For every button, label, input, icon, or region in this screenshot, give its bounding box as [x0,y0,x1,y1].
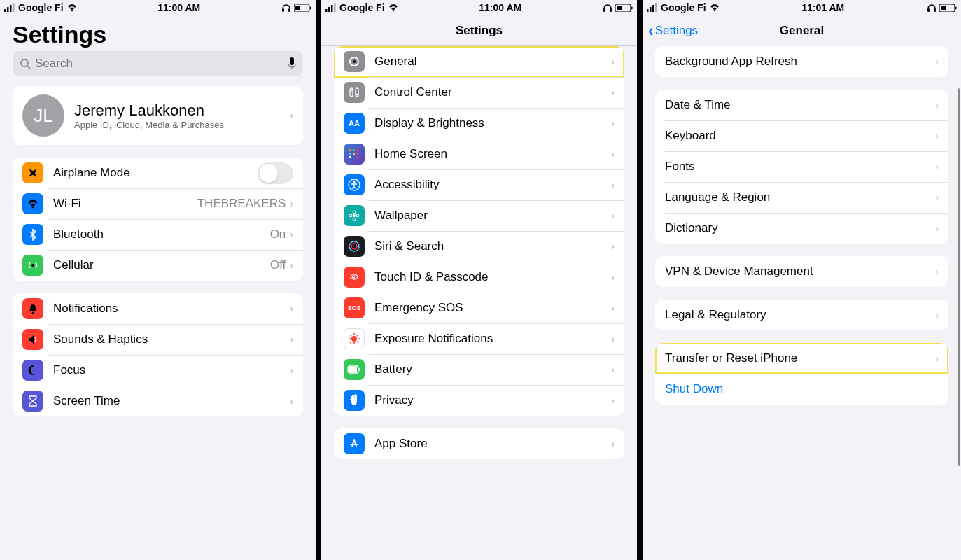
apple-id-row[interactable]: JL Jeremy Laukkonen Apple ID, iCloud, Me… [13,86,303,145]
wifi-icon [67,4,77,12]
chevron-right-icon: › [611,395,615,406]
svg-point-38 [349,241,359,251]
virus-icon [344,328,365,349]
battery-row[interactable]: Battery › [334,354,624,385]
search-icon [20,58,31,69]
cellular-icon [22,255,43,276]
flower-icon [344,205,365,226]
status-bar: Google Fi 11:01 AM [643,0,961,15]
wifi-icon [22,193,43,214]
chevron-right-icon: › [290,198,293,209]
dictionary-row[interactable]: Dictionary › [655,213,948,244]
sos-row[interactable]: SOS Emergency SOS › [334,293,624,323]
svg-line-48 [350,342,351,343]
battery-icon [344,359,365,380]
svg-point-37 [356,214,359,217]
svg-point-15 [32,312,34,314]
siri-row[interactable]: Siri & Search › [334,231,624,262]
svg-point-17 [353,60,356,63]
sounds-row[interactable]: Sounds & Haptics › [13,324,303,355]
chevron-right-icon: › [290,260,293,271]
search-field[interactable] [13,51,303,76]
chevron-right-icon: › [611,438,615,449]
notifications-row[interactable]: Notifications › [13,293,303,324]
svg-point-35 [353,218,356,220]
airplane-toggle[interactable] [258,162,293,184]
svg-line-45 [350,335,351,336]
legal-row[interactable]: Legal & Regulatory › [655,300,948,330]
svg-point-32 [353,181,356,183]
wifi-icon [388,4,398,12]
svg-rect-51 [349,368,357,372]
svg-rect-24 [356,149,358,151]
chevron-right-icon: › [611,56,615,67]
grid-icon [344,144,365,164]
touch-id-row[interactable]: Touch ID & Passcode › [334,262,624,293]
nav-bar: ‹ Settings General [643,15,961,46]
app-store-row[interactable]: App Store › [334,428,624,459]
chevron-right-icon: › [935,353,939,364]
privacy-row[interactable]: Privacy › [334,385,624,416]
chevron-right-icon: › [290,110,293,121]
svg-line-46 [357,342,358,343]
cellular-row[interactable]: Cellular Off › [13,250,303,281]
chevron-right-icon: › [935,309,939,321]
chevron-right-icon: › [290,334,293,345]
control-center-row[interactable]: Control Center › [334,77,624,108]
general-row[interactable]: General › [334,46,624,77]
scrollbar-thumb[interactable] [958,88,960,466]
gear-icon [344,51,365,72]
background-refresh-row[interactable]: Background App Refresh › [655,46,948,77]
fonts-row[interactable]: Fonts › [655,151,948,182]
date-time-row[interactable]: Date & Time › [655,90,948,120]
airplane-icon [22,162,43,183]
profile-sub: Apple ID, iCloud, Media & Purchases [74,120,242,130]
screen-time-row[interactable]: Screen Time › [13,386,303,416]
svg-point-14 [31,264,34,267]
accessibility-icon [344,174,365,195]
svg-line-11 [27,66,30,69]
headphones-icon [603,4,612,13]
airplane-mode-row[interactable]: Airplane Mode [13,158,303,188]
nav-title: General [780,24,824,38]
headphones-icon [927,4,937,13]
chevron-right-icon: › [935,161,939,172]
text-size-icon: AA [344,113,365,134]
svg-rect-28 [349,156,351,158]
display-row[interactable]: AA Display & Brightness › [334,108,624,139]
back-button[interactable]: ‹ Settings [648,23,698,39]
search-input[interactable] [35,57,283,71]
svg-point-36 [349,214,352,217]
svg-rect-12 [290,57,294,65]
chevron-left-icon: ‹ [648,23,654,39]
mic-icon[interactable] [288,57,296,70]
chevron-right-icon: › [935,192,939,203]
language-row[interactable]: Language & Region › [655,182,948,213]
clock: 11:01 AM [801,2,844,13]
chevron-right-icon: › [611,302,615,314]
status-bar: Google Fi 11:00 AM [321,0,637,15]
exposure-row[interactable]: Exposure Notifications › [334,323,624,354]
bluetooth-row[interactable]: Bluetooth On › [13,219,303,250]
chevron-right-icon: › [611,87,615,98]
chevron-right-icon: › [611,118,615,129]
svg-point-20 [351,90,353,92]
transfer-reset-row[interactable]: Transfer or Reset iPhone › [655,343,948,374]
wallpaper-row[interactable]: Wallpaper › [334,200,624,231]
wifi-row[interactable]: Wi-Fi THEBREAKERS › [13,188,303,219]
wifi-icon [710,4,720,12]
nav-bar: Settings [321,15,637,46]
accessibility-row[interactable]: Accessibility › [334,169,624,200]
svg-rect-50 [359,368,360,371]
chevron-right-icon: › [611,241,615,252]
chevron-right-icon: › [935,223,939,234]
svg-point-33 [353,214,356,217]
chevron-right-icon: › [935,266,939,277]
home-screen-row[interactable]: Home Screen › [334,139,624,169]
keyboard-row[interactable]: Keyboard › [655,120,948,151]
chevron-right-icon: › [611,272,615,283]
focus-row[interactable]: Focus › [13,355,303,386]
vpn-row[interactable]: VPN & Device Management › [655,256,948,287]
chevron-right-icon: › [935,130,939,141]
shut-down-row[interactable]: Shut Down [655,374,948,405]
